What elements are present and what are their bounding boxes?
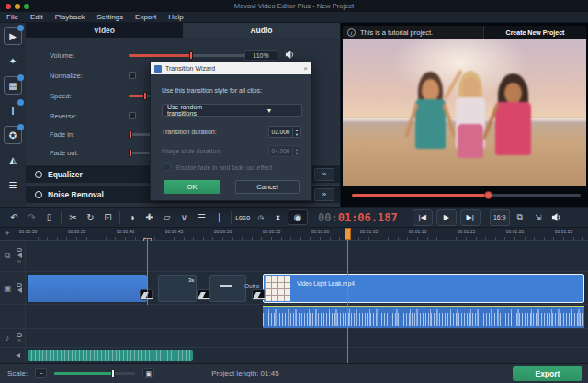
audio-waveform-clip[interactable] — [263, 306, 584, 328]
menu-help[interactable]: Help — [168, 13, 183, 21]
pan-zoom-icon[interactable]: ✚ — [141, 209, 157, 225]
selected-video-clip[interactable]: Video Light Leak.mp4 — [263, 274, 584, 303]
spin-down-icon[interactable]: ▼ — [293, 132, 300, 137]
music-track[interactable]: ♪ ∞ — [0, 329, 588, 348]
sidebar-item-callouts[interactable]: ◭ — [4, 151, 22, 169]
export-button[interactable]: Export — [513, 366, 582, 381]
video-track[interactable]: ▣ 3s Outro Video Light Leak.mp4 — [0, 272, 588, 305]
transition-wizard-icon[interactable]: ▱ — [159, 209, 175, 225]
mute-icon[interactable] — [16, 353, 20, 358]
clock-icon[interactable]: ◷ — [253, 209, 268, 225]
overlay-track-header[interactable]: ⧉ ∞ — [0, 241, 26, 271]
sidebar-item-import[interactable]: ▶ — [4, 27, 22, 45]
zoom-out-button[interactable]: − — [35, 368, 47, 378]
unpin-preview-icon[interactable]: ⧉ — [512, 209, 528, 226]
transition-duration-value[interactable]: 02.000 — [269, 129, 292, 135]
music-track-header[interactable]: ♪ ∞ — [0, 329, 26, 347]
linked-audio-strip[interactable] — [0, 305, 588, 329]
noise-removal-expand-button[interactable]: » — [314, 188, 334, 201]
timeline: + 00:00:30 00:00:35 00:00:40 00:00:45 00… — [0, 228, 588, 363]
capture-icon[interactable]: ◉ — [288, 209, 308, 225]
audio-track[interactable] — [0, 348, 588, 363]
menu-export[interactable]: Export — [135, 13, 156, 21]
redo-icon[interactable]: ↷ — [24, 209, 40, 225]
equalizer-expand-button[interactable]: » — [314, 168, 334, 181]
split-icon[interactable]: ✂ — [65, 209, 81, 225]
volume-label: Volume: — [50, 51, 74, 60]
playhead-handle[interactable] — [345, 228, 351, 240]
play-button[interactable]: ▶ — [436, 209, 457, 226]
link-icon[interactable]: ∞ — [17, 338, 21, 343]
link-icon[interactable]: ∞ — [17, 259, 21, 264]
rotate-icon[interactable]: ↻ — [83, 209, 98, 225]
sidebar-item-transitions[interactable]: ▦ — [4, 76, 22, 95]
overlay-track[interactable]: ⧉ ∞ — [0, 241, 588, 272]
info-badge — [17, 124, 24, 130]
tab-video[interactable]: Video — [26, 23, 183, 38]
fullscreen-icon[interactable]: ⇲ — [530, 209, 547, 226]
tutorial-notice-text: This is a tutorial project. — [360, 28, 483, 37]
dialog-title-bar[interactable]: Transition Wizard × — [151, 62, 311, 74]
ruler-label: 00:00:50 — [198, 229, 247, 234]
menu-edit[interactable]: Edit — [30, 13, 43, 21]
video-track-header[interactable]: ▣ — [0, 272, 26, 304]
app-window: Movavi Video Editor Plus - New Project F… — [0, 0, 588, 383]
seek-bar[interactable] — [352, 194, 581, 197]
menu-settings[interactable]: Settings — [96, 13, 123, 21]
sidebar-item-more[interactable]: ☰ — [4, 175, 22, 194]
sidebar-item-stickers[interactable]: ✪ — [4, 126, 22, 144]
scale-thumb[interactable] — [111, 369, 115, 377]
color-adjustments-icon[interactable]: ◑ — [124, 209, 140, 225]
seek-handle[interactable] — [484, 191, 492, 199]
tab-audio[interactable]: Audio — [183, 23, 340, 38]
project-length-label: Project length: 01:45 — [211, 369, 278, 377]
delete-icon[interactable]: ▯ — [41, 209, 57, 225]
previous-frame-button[interactable]: |◀ — [413, 209, 433, 226]
ruler-label: 00:00:55 — [247, 229, 296, 234]
reverse-checkbox[interactable] — [129, 112, 136, 119]
timeline-ruler[interactable]: + 00:00:30 00:00:35 00:00:40 00:00:45 00… — [0, 228, 588, 241]
fade-in-label: Fade in: — [50, 130, 74, 139]
menu-playback[interactable]: Playback — [55, 13, 85, 21]
close-icon[interactable]: × — [303, 64, 308, 73]
fit-timeline-button[interactable]: ▣ — [142, 368, 154, 378]
video-preview-frame[interactable] — [343, 39, 586, 186]
sidebar-item-titles[interactable]: T — [4, 101, 22, 119]
crop-icon[interactable]: ⊡ — [100, 209, 116, 225]
noise-removal-icon — [35, 191, 42, 198]
logo-tool-icon[interactable]: LOGO — [235, 209, 251, 225]
person-right — [489, 73, 537, 179]
video-clip-1[interactable] — [28, 275, 147, 302]
dropdown-arrow-icon[interactable]: ▼ — [232, 105, 301, 116]
cancel-button[interactable]: Cancel — [235, 180, 300, 194]
callouts-icon: ◭ — [9, 155, 17, 165]
ok-button[interactable]: OK — [164, 180, 220, 194]
timecode-display: 00:01:06.187 — [318, 211, 398, 224]
mute-icon[interactable] — [17, 287, 22, 293]
timeline-scale-slider[interactable] — [54, 372, 135, 375]
menu-file[interactable]: File — [6, 13, 18, 21]
create-new-project-button[interactable]: Create New Project — [483, 26, 586, 39]
audio-clip[interactable] — [28, 350, 193, 361]
visibility-icon[interactable] — [17, 248, 22, 252]
normalize-checkbox[interactable] — [129, 72, 136, 79]
sidebar-item-filters[interactable]: ✦ — [4, 51, 22, 70]
transition-badge-icon[interactable] — [197, 289, 209, 300]
chevron-down-icon[interactable]: ∨ — [176, 209, 192, 225]
next-frame-button[interactable]: ▶| — [460, 209, 481, 226]
volume-value[interactable]: 110% — [244, 50, 277, 61]
marker-icon[interactable]: | — [211, 209, 227, 225]
visibility-icon[interactable] — [17, 283, 22, 287]
aspect-ratio-button[interactable]: 16:9 — [490, 209, 510, 226]
ruler-label: 00:01:05 — [345, 229, 393, 234]
transition-style-select[interactable]: Use random transitions ▼ — [162, 104, 302, 117]
undo-icon[interactable]: ↶ — [6, 209, 22, 225]
audio-track-header[interactable] — [0, 348, 26, 363]
transition-duration-spinner[interactable]: 02.000 ▲▼ — [268, 126, 301, 138]
video-clip-3[interactable] — [209, 275, 246, 302]
clip-properties-icon[interactable]: ☰ — [194, 209, 209, 225]
transition-badge-icon[interactable] — [252, 289, 265, 300]
transition-badge-icon[interactable] — [140, 289, 153, 300]
timer-icon[interactable]: ⧗ — [270, 209, 286, 225]
preview-volume-icon[interactable] — [548, 209, 565, 226]
